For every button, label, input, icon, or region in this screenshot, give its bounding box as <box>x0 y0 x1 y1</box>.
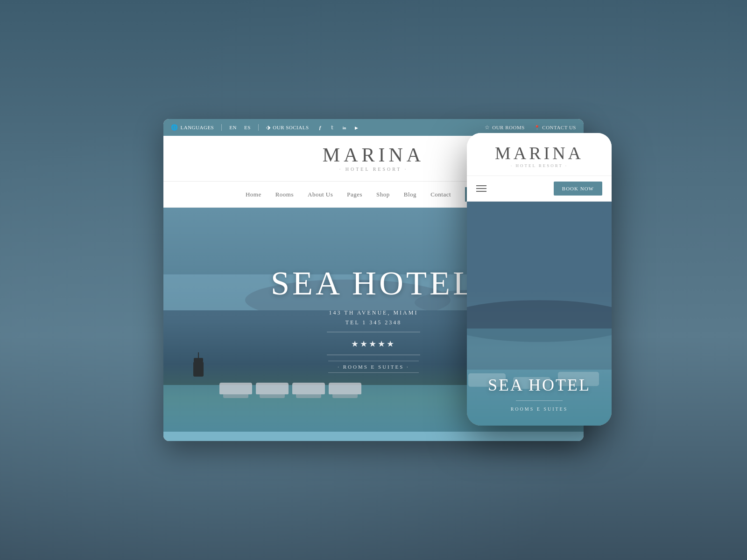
mobile-hero-content: SEA HOTEL ROOMS E SUITES <box>488 375 591 412</box>
star-icon <box>485 124 490 131</box>
contact-label: CONTACT US <box>542 125 576 130</box>
lantern <box>191 352 205 376</box>
mobile-book-button[interactable]: BOOK NOW <box>554 182 602 196</box>
desktop-footer-bar <box>163 432 584 441</box>
nav-home[interactable]: Home <box>246 191 261 198</box>
youtube-icon[interactable] <box>353 124 360 131</box>
contact-us-item[interactable]: CONTACT US <box>534 125 576 130</box>
lang-es[interactable]: ES <box>244 125 251 130</box>
lang-en[interactable]: EN <box>229 125 237 130</box>
chair-4 <box>329 383 361 394</box>
mobile-hero: SEA HOTEL ROOMS E SUITES <box>467 202 612 426</box>
mobile-mockup: MARINA · HOTEL RESORT · BOOK NOW <box>467 133 612 426</box>
languages-label: LANGUAGES <box>181 125 214 130</box>
languages-item[interactable]: LANGUAGES <box>171 124 214 131</box>
hero-address: 143 TH AVENUE, MIAMI <box>271 309 476 316</box>
nav-rooms[interactable]: Rooms <box>275 191 294 198</box>
tw-icon: 𝕥 <box>331 125 333 131</box>
globe-icon <box>171 124 178 131</box>
our-rooms-item[interactable]: OUR ROOMS <box>485 124 525 131</box>
en-label: EN <box>229 125 237 130</box>
socials-label: OUR SOCIALS <box>273 125 309 130</box>
yt-icon <box>355 125 358 130</box>
hero-content: SEA HOTEL 143 TH AVENUE, MIAMI TEL 1 345… <box>271 266 476 373</box>
pool-chairs <box>219 383 361 394</box>
pin-icon <box>534 125 540 130</box>
hamburger-line-1 <box>476 185 486 186</box>
hero-divider-2 <box>327 355 420 355</box>
chair-1 <box>219 383 252 394</box>
mobile-logo-sub: · HOTEL RESORT · <box>476 163 602 168</box>
nav-pages[interactable]: Pages <box>347 191 362 198</box>
social-icons: 𝕥 <box>317 124 360 131</box>
es-label: ES <box>244 125 251 130</box>
mobile-hero-rooms: ROOMS E SUITES <box>488 406 591 412</box>
chair-3 <box>292 383 325 394</box>
twitter-icon[interactable]: 𝕥 <box>329 124 336 131</box>
hero-title: SEA HOTEL <box>271 266 476 300</box>
rooms-label: OUR ROOMS <box>492 125 525 130</box>
nav-blog[interactable]: Blog <box>404 191 416 198</box>
chair-2 <box>256 383 289 394</box>
facebook-icon[interactable] <box>317 124 324 131</box>
hamburger-line-3 <box>476 191 486 192</box>
nav-contact[interactable]: Contact <box>430 191 451 198</box>
hamburger-line-2 <box>476 188 486 189</box>
hero-rooms-label: · ROOMS E SUITES · <box>328 361 419 373</box>
nav-shop[interactable]: Shop <box>376 191 390 198</box>
fb-icon <box>319 125 321 130</box>
our-socials-item[interactable]: OUR SOCIALS <box>266 124 309 131</box>
nav-about[interactable]: About Us <box>308 191 333 198</box>
linkedin-icon[interactable] <box>341 124 348 131</box>
hero-tel: TEL 1 345 2348 <box>271 319 476 326</box>
topbar-right: OUR ROOMS CONTACT US <box>485 124 576 131</box>
divider <box>221 124 222 131</box>
divider2 <box>258 124 259 131</box>
topbar-left: LANGUAGES EN ES OUR SOCIALS <box>171 124 360 131</box>
li-icon <box>343 125 346 130</box>
mobile-logo-main: MARINA <box>476 144 602 162</box>
hero-stars: ★★★★★ <box>271 339 476 349</box>
lantern-handle <box>198 352 199 358</box>
scene-container: LANGUAGES EN ES OUR SOCIALS <box>163 119 584 441</box>
hamburger-menu[interactable] <box>476 185 486 192</box>
mobile-nav-bar: BOOK NOW <box>467 176 612 202</box>
share-icon <box>266 124 271 131</box>
mobile-hero-divider <box>516 400 563 401</box>
lantern-top <box>194 358 203 362</box>
hero-divider-1 <box>327 332 420 332</box>
lantern-body <box>193 362 204 377</box>
mobile-hero-title: SEA HOTEL <box>488 375 591 395</box>
mobile-header: MARINA · HOTEL RESORT · <box>467 133 612 176</box>
